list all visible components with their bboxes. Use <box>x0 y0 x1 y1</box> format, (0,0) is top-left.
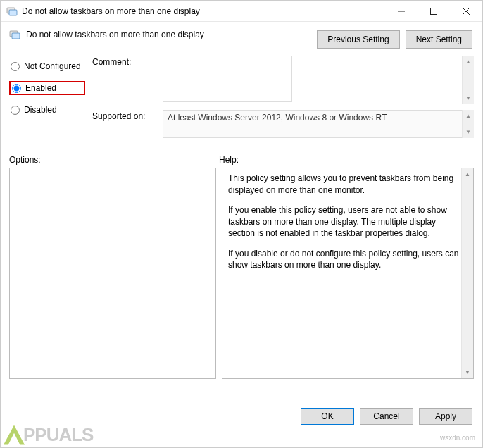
scroll-up-icon[interactable]: ▲ <box>463 56 474 68</box>
supported-on-value: At least Windows Server 2012, Windows 8 … <box>163 110 474 138</box>
previous-setting-button[interactable]: Previous Setting <box>317 30 399 49</box>
scroll-up-icon[interactable]: ▲ <box>462 168 473 180</box>
window-title: Do not allow taskbars on more than one d… <box>22 6 200 16</box>
radio-label: Not Configured <box>24 61 81 71</box>
policy-icon <box>6 6 18 17</box>
radio-not-configured-input[interactable] <box>11 62 20 71</box>
scrollbar[interactable]: ▲ ▼ <box>462 110 474 138</box>
options-pane <box>9 168 216 379</box>
ok-button[interactable]: OK <box>301 408 354 425</box>
radio-not-configured[interactable]: Not Configured <box>9 60 85 73</box>
dialog-footer: OK Cancel Apply <box>301 408 472 425</box>
radio-disabled[interactable]: Disabled <box>9 104 85 116</box>
watermark-logo: PPUALS <box>4 424 93 446</box>
close-button[interactable] <box>450 1 482 22</box>
scroll-down-icon[interactable]: ▼ <box>462 366 473 378</box>
svg-rect-1 <box>9 10 17 15</box>
svg-rect-7 <box>12 33 20 39</box>
watermark-text: wsxdn.com <box>440 434 475 442</box>
logo-a-icon <box>4 425 25 445</box>
radio-enabled-input[interactable] <box>12 84 21 93</box>
comment-label: Comment: <box>92 56 163 67</box>
header-row: Do not allow taskbars on more than one d… <box>1 22 482 49</box>
radio-label: Enabled <box>25 83 56 93</box>
apply-button[interactable]: Apply <box>419 408 472 425</box>
next-setting-button[interactable]: Next Setting <box>406 30 472 49</box>
scroll-down-icon[interactable]: ▼ <box>463 92 474 104</box>
help-paragraph: This policy setting allows you to preven… <box>228 173 459 196</box>
scrollbar[interactable]: ▲ ▼ <box>462 56 474 104</box>
scroll-down-icon[interactable]: ▼ <box>463 126 474 138</box>
section-labels: Options: Help: <box>1 148 482 168</box>
svg-rect-3 <box>431 8 437 14</box>
scroll-up-icon[interactable]: ▲ <box>463 110 474 122</box>
supported-on-text: At least Windows Server 2012, Windows 8 … <box>168 113 387 123</box>
policy-icon <box>9 29 20 40</box>
radio-enabled[interactable]: Enabled <box>9 81 85 95</box>
help-paragraph: If you enable this policy setting, users… <box>228 204 459 239</box>
config-area: Not Configured Enabled Disabled Comment:… <box>1 49 482 148</box>
help-label: Help: <box>219 155 474 165</box>
minimize-button[interactable] <box>385 1 418 22</box>
state-radio-group: Not Configured Enabled Disabled <box>9 56 85 144</box>
maximize-button[interactable] <box>418 1 450 22</box>
titlebar: Do not allow taskbars on more than one d… <box>1 1 482 22</box>
comment-textarea[interactable] <box>163 56 292 102</box>
help-paragraph: If you disable or do not configure this … <box>228 248 459 271</box>
options-label: Options: <box>9 155 219 165</box>
radio-label: Disabled <box>24 105 57 115</box>
supported-on-label: Supported on: <box>92 110 163 121</box>
dual-pane: This policy setting allows you to preven… <box>1 168 482 379</box>
watermark-left-text: PPUALS <box>23 424 93 446</box>
radio-disabled-input[interactable] <box>11 106 20 115</box>
header-subtitle: Do not allow taskbars on more than one d… <box>26 30 204 39</box>
help-pane: This policy setting allows you to preven… <box>222 168 474 379</box>
cancel-button[interactable]: Cancel <box>360 408 413 425</box>
scrollbar[interactable]: ▲ ▼ <box>461 168 473 378</box>
